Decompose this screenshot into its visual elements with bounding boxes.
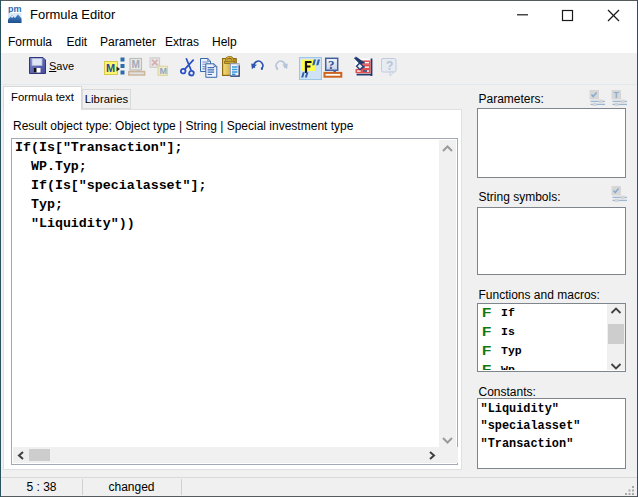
svg-text:M: M bbox=[106, 62, 115, 74]
svg-text:M: M bbox=[159, 66, 167, 76]
svg-text:?: ? bbox=[386, 59, 393, 73]
svg-text:M: M bbox=[132, 59, 140, 70]
svg-text:T: T bbox=[614, 90, 620, 100]
svg-text:pm: pm bbox=[8, 4, 22, 14]
svg-text:?: ? bbox=[328, 57, 335, 72]
